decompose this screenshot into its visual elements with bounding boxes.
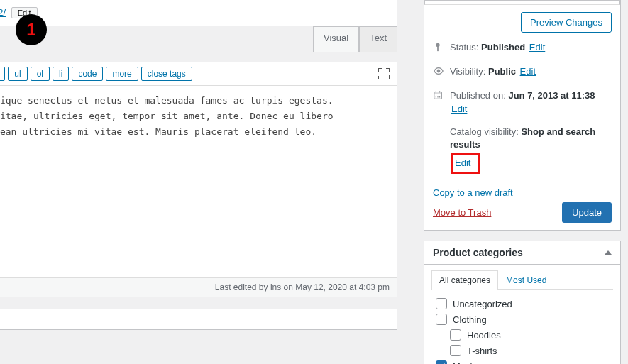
editor-footer: Last edited by ins on May 12, 2020 at 4:…	[0, 277, 397, 297]
published-on-label: Published on:	[450, 90, 506, 101]
tb-btn-img[interactable]: img	[0, 67, 5, 81]
update-button[interactable]: Update	[562, 202, 612, 223]
tab-visual[interactable]: Visual	[313, 26, 359, 52]
calendar-icon	[433, 90, 444, 104]
svg-point-2	[437, 70, 440, 72]
catalog-label: Catalog visibility:	[450, 126, 519, 137]
tb-btn-ol[interactable]: ol	[31, 67, 50, 81]
svg-rect-3	[434, 92, 442, 99]
annotation-marker: 1	[16, 14, 47, 45]
published-on-value: Jun 7, 2013 at 11:38	[508, 90, 595, 101]
visibility-label: Visibility:	[450, 66, 485, 77]
pin-icon	[433, 42, 444, 55]
panel-toggle-icon[interactable]	[605, 250, 612, 255]
tab-most-used[interactable]: Most Used	[498, 270, 554, 289]
category-list[interactable]: UncategorizedClothingHoodiesT-shirtsMusi…	[431, 290, 613, 364]
category-checkbox[interactable]	[450, 345, 461, 356]
status-value: Published	[481, 42, 525, 53]
move-to-trash-link[interactable]: Move to Trash	[433, 207, 491, 218]
category-label: Hoodies	[467, 330, 501, 341]
category-checkbox[interactable]	[450, 329, 461, 341]
svg-rect-1	[437, 46, 439, 51]
category-item: Hoodies	[450, 327, 609, 343]
permalink-link[interactable]: t/woo e-2/	[0, 7, 6, 18]
tb-btn-li[interactable]: li	[53, 67, 69, 81]
tb-btn-close-tags[interactable]: close tags	[141, 67, 192, 81]
published-on-edit-link[interactable]: Edit	[451, 104, 467, 114]
editor: img ul ol li code more close tags tristi…	[0, 62, 397, 297]
category-item: Uncategorized	[436, 296, 609, 311]
fullscreen-icon[interactable]	[378, 68, 390, 79]
editor-textarea[interactable]: tristique senectus et netus et malesuada…	[0, 86, 397, 277]
visibility-edit-link[interactable]: Edit	[520, 66, 536, 77]
status-label: Status:	[450, 42, 478, 53]
editor-toolbar: img ul ol li code more close tags	[0, 62, 397, 86]
tab-all-categories[interactable]: All categories	[431, 270, 498, 290]
category-item: Clothing	[436, 311, 609, 327]
editor-tabs: Visual Text	[0, 26, 397, 52]
category-item: Music	[436, 358, 609, 364]
category-item: T-shirts	[450, 343, 609, 358]
category-checkbox[interactable]	[436, 360, 447, 364]
tab-text[interactable]: Text	[359, 26, 397, 52]
copy-to-new-draft-link[interactable]: Copy to a new draft	[433, 187, 612, 198]
visibility-value: Public	[488, 66, 516, 77]
tb-btn-more[interactable]: more	[106, 67, 138, 81]
category-label: T-shirts	[467, 346, 497, 356]
category-label: Music	[453, 361, 477, 364]
category-checkbox[interactable]	[436, 298, 447, 309]
categories-title: Product categories	[433, 247, 523, 258]
tb-btn-code[interactable]: code	[72, 67, 103, 81]
status-edit-link[interactable]: Edit	[529, 42, 545, 53]
catalog-edit-link[interactable]: Edit	[451, 153, 480, 174]
permalink-bar: t/woo e-2/ Edit	[0, 0, 397, 26]
publish-panel: Preview Changes Status: Published Edit V…	[424, 0, 621, 231]
category-label: Uncategorized	[453, 299, 512, 309]
bottom-metabox	[0, 309, 397, 330]
category-label: Clothing	[453, 314, 487, 325]
categories-panel: Product categories All categories Most U…	[424, 241, 621, 364]
eye-icon	[433, 66, 444, 79]
tb-btn-ul[interactable]: ul	[8, 67, 27, 81]
category-checkbox[interactable]	[436, 314, 447, 325]
preview-changes-button[interactable]: Preview Changes	[521, 12, 612, 33]
